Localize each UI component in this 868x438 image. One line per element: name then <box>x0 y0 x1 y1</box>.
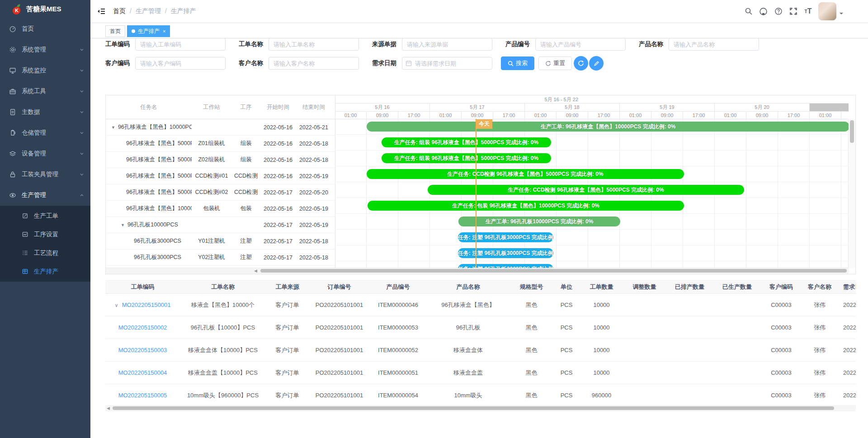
breadcrumb-home[interactable]: 首页 <box>113 7 126 15</box>
gantt-grid-row[interactable]: ▼96孔移液盒【黑色】5000PCS Z02组装机 组装 2022-05-16 … <box>106 152 335 168</box>
sidebar-item-equipment[interactable]: 设备管理 <box>0 143 90 164</box>
production-submenu: 生产工单 工序设置 工艺流程 生产排产 <box>0 206 90 282</box>
scrollbar-thumb[interactable] <box>113 406 834 410</box>
navbar-actions: TT <box>741 0 843 23</box>
avatar[interactable] <box>818 2 836 20</box>
expand-chevron-icon[interactable]: ∨ <box>115 302 118 308</box>
work-order-link[interactable]: MO202205150001 <box>122 301 171 308</box>
gantt-grid-row[interactable]: ▼96孔移液盒【黑色】10000PCS 2022-05-16 2022-05-2… <box>106 119 335 136</box>
work-order-link[interactable]: MO202205150005 <box>118 392 167 399</box>
submenu-item-process-flow[interactable]: 工艺流程 <box>0 244 90 262</box>
product-name-input[interactable] <box>669 38 759 51</box>
font-size-icon[interactable]: TT <box>801 0 816 23</box>
scroll-left-icon[interactable]: ◀ <box>254 268 257 273</box>
close-tab-icon[interactable]: × <box>163 28 165 34</box>
caret-down-icon[interactable] <box>840 13 843 16</box>
table-row[interactable]: ∨MO202205150001 移液盒【黑色】10000个 客户订单 PO202… <box>105 294 856 316</box>
adjusted-quantity <box>623 384 666 405</box>
breadcrumb-production[interactable]: 生产管理 <box>136 7 161 15</box>
task-name: 96孔移液盒【黑色】10000PCS <box>126 205 192 212</box>
edit-schedule-button[interactable] <box>589 56 604 71</box>
unit: PCS <box>553 339 580 362</box>
gantt-bar[interactable]: 生产任务: 注塑 96孔孔板3000PCS 完成比例: 0% <box>458 264 553 268</box>
gantt-day-cell: 5月 18 <box>525 104 620 111</box>
gantt-vertical-scrollbar[interactable] <box>848 119 855 268</box>
help-icon[interactable] <box>771 0 786 23</box>
sidebar-item-home[interactable]: 首页 <box>0 19 90 39</box>
sidebar-item-system-tools[interactable]: 系统工具 <box>0 81 90 102</box>
work-order-link[interactable]: MO202205150003 <box>118 347 167 353</box>
collapse-triangle-icon[interactable]: ▼ <box>121 223 125 227</box>
gantt-bar[interactable]: 生产任务: 组装 96孔移液盒【黑色】5000PCS 完成比例: 0% <box>382 137 551 147</box>
customer-code: C00003 <box>761 316 802 339</box>
sidebar-item-production[interactable]: 生产管理 <box>0 185 90 206</box>
submenu-item-work-order[interactable]: 生产工单 <box>0 207 90 225</box>
gantt-bar[interactable]: 生产工单: 96孔孔板10000PCS 完成比例: 0% <box>458 217 620 226</box>
gantt-grid-row[interactable]: ▼96孔移液盒【黑色】5000PCS CCD检测#01 CCD检测 2022-0… <box>106 168 335 184</box>
work-order-name-input[interactable] <box>269 38 359 51</box>
gantt-chart-row: 生产任务: 注塑 96孔孔板3000PCS 完成比例: 0% <box>335 261 849 268</box>
demand-date-input[interactable] <box>402 57 492 70</box>
customer-code-input[interactable] <box>135 57 226 70</box>
work-order-code-input[interactable] <box>135 38 226 51</box>
search-icon[interactable] <box>741 0 756 23</box>
table-horizontal-scrollbar[interactable]: ◀ <box>105 405 856 411</box>
search-button[interactable]: 搜索 <box>501 57 534 70</box>
sidebar-item-fixtures[interactable]: 工装夹具管理 <box>0 164 90 185</box>
product-code-input[interactable] <box>535 38 626 51</box>
gantt-bar[interactable]: 生产任务: 注塑 96孔孔板3000PCS 完成比例: 0% <box>458 248 553 258</box>
gantt-chart-row: 生产工单: 96孔孔板10000PCS 完成比例: 0% <box>335 214 849 230</box>
workstation: Z02组装机 <box>192 156 231 164</box>
sidebar-item-system-admin[interactable]: 系统管理 <box>0 39 90 60</box>
reset-button[interactable]: 重置 <box>538 57 572 70</box>
gantt-grid-header-cell: 工作站 <box>192 104 231 111</box>
gantt-grid-row[interactable]: ▼96孔孔板3000PCS Y02注塑机 注塑 2022-05-17 2022-… <box>106 250 335 266</box>
scrollbar-thumb[interactable] <box>850 120 854 143</box>
sidebar-item-master-data[interactable]: 主数据 <box>0 102 90 122</box>
refresh-gantt-button[interactable] <box>574 56 588 71</box>
gantt-bar[interactable]: 生产任务: CCD检测 96孔移液盒【黑色】5000PCS 完成比例: 0% <box>367 169 684 179</box>
gantt-grid-row[interactable]: ▼96孔孔板10000PCS 2022-05-17 2022-05-19 <box>106 217 335 233</box>
gantt-horizontal-scrollbar[interactable]: ◀ <box>106 268 849 274</box>
gantt-bar[interactable]: 生产任务: 包装 96孔移液盒【黑色】10000PCS 完成比例: 0% <box>368 201 684 211</box>
submenu-item-production-scheduling[interactable]: 生产排产 <box>0 262 90 281</box>
work-order-link[interactable]: MO202205150002 <box>118 324 167 331</box>
fullscreen-icon[interactable] <box>786 0 801 23</box>
sidebar-toggle-icon[interactable] <box>97 7 106 16</box>
gantt-grid-row[interactable]: ▼96孔移液盒【黑色】10000PCS 包装机 包装 2022-05-16 20… <box>106 201 335 217</box>
gantt-bar[interactable]: 生产任务: 组装 96孔移液盒【黑色】5000PCS 完成比例: 0% <box>382 153 551 163</box>
breadcrumb-scheduling: 生产排产 <box>171 7 196 15</box>
adjusted-quantity <box>623 362 666 384</box>
tag-production-scheduling[interactable]: 生产排产 × <box>127 25 170 37</box>
tag-home[interactable]: 首页 <box>105 25 125 37</box>
table-row[interactable]: ∨MO202205150002 96孔孔板【10000】PCS 客户订单 PO2… <box>105 316 856 339</box>
produced-quantity <box>713 362 761 384</box>
gantt-grid-row[interactable]: ▼96孔移液盒【黑色】5000PCS CCD检测#02 CCD检测 2022-0… <box>106 184 335 201</box>
scrollbar-thumb[interactable] <box>260 269 847 273</box>
source-doc-input[interactable] <box>402 38 492 51</box>
gantt-grid-row[interactable]: ▼96孔孔板3000PCS Y01注塑机 注塑 2022-05-17 2022-… <box>106 233 335 250</box>
spec-model: 黑色 <box>510 384 553 405</box>
customer-name-input[interactable] <box>269 57 359 70</box>
submenu-item-process-settings[interactable]: 工序设置 <box>0 225 90 244</box>
table-row[interactable]: ∨MO202205150003 移液盒盒体【10000】PCS 客户订单 PO2… <box>105 339 856 362</box>
gantt-day-row: 5月 165月 175月 185月 195月 205月 21 <box>335 104 849 112</box>
gantt-bar[interactable]: 生产工单: 96孔移液盒【黑色】10000PCS 完成比例: 0% <box>367 122 849 132</box>
gantt-grid-row[interactable]: ▼96孔移液盒【黑色】5000PCS Z01组装机 组装 2022-05-16 … <box>106 136 335 152</box>
gantt-chart-body: 生产工单: 96孔移液盒【黑色】10000PCS 完成比例: 0% 生产任务: … <box>335 119 849 268</box>
today-marker-label: 今天 <box>476 119 492 129</box>
work-order-link[interactable]: MO202205150004 <box>118 369 167 376</box>
github-icon[interactable] <box>756 0 771 23</box>
sidebar-item-system-monitor[interactable]: 系统监控 <box>0 60 90 81</box>
table-row[interactable]: ∨MO202205150004 移液盒盒盖【10000】PCS 客户订单 PO2… <box>105 362 856 384</box>
scroll-left-icon[interactable]: ◀ <box>107 405 110 411</box>
collapse-triangle-icon[interactable]: ▼ <box>111 125 115 130</box>
gantt-bar[interactable]: 生产任务: 注塑 96孔孔板3000PCS 完成比例: 0% <box>458 232 553 242</box>
table-row[interactable]: ∨MO202205150005 10mm吸头【960000】PCS 客户订单 P… <box>105 384 856 405</box>
gantt-bar[interactable]: 生产任务: CCD检测 96孔移液盒【黑色】5000PCS 完成比例: 0% <box>428 185 744 195</box>
app-logo[interactable]: K 苦糖果MES <box>0 0 90 19</box>
customer-name: 张伟 <box>802 316 838 339</box>
sidebar-item-warehouse[interactable]: 仓储管理 <box>0 122 90 143</box>
demand-date: 2022 <box>838 316 856 339</box>
start-time: 2022-05-16 <box>260 124 296 131</box>
